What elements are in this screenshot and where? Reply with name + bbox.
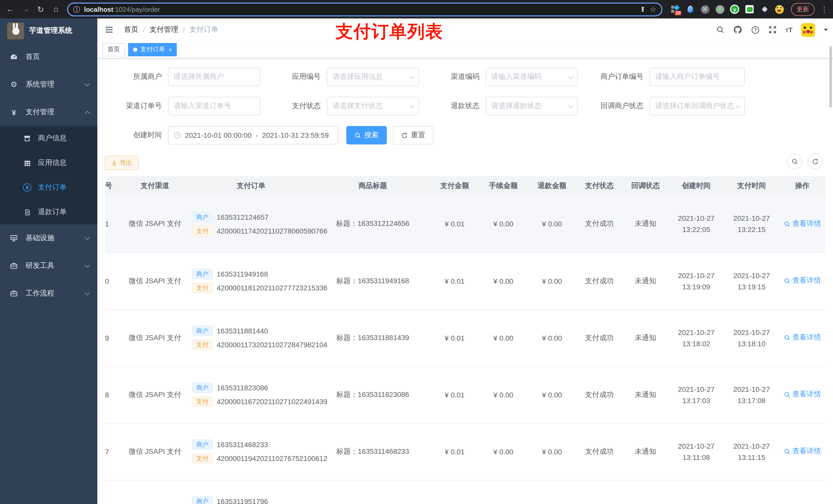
- dashboard-icon: [8, 53, 20, 61]
- refresh-table-button[interactable]: [807, 154, 823, 169]
- table-row[interactable]: 17 微信 JSAPI 支付 商户 1635311468233 支付: [105, 423, 825, 480]
- table-row[interactable]: 商户 1635311951796 支付: [105, 480, 825, 504]
- reload-icon[interactable]: ↻: [34, 3, 47, 15]
- sidebar-item-infrastructure[interactable]: 基础设施: [0, 224, 97, 252]
- cell-pay-order: 商户 1635311468233 支付 42000011942021102767…: [187, 423, 315, 480]
- sidebar-item-app-info[interactable]: 应用信息: [0, 150, 97, 175]
- tab-pay-order[interactable]: 支付订单 ×: [128, 43, 177, 56]
- reset-button[interactable]: 重置: [393, 126, 433, 144]
- view-detail-link[interactable]: 查看详情: [784, 390, 821, 399]
- balloon-extension-icon[interactable]: [686, 5, 695, 14]
- view-detail-link[interactable]: 查看详情: [784, 447, 821, 456]
- table-row[interactable]: 18 微信 JSAPI 支付 商户 1635311823086 支付: [105, 366, 825, 423]
- cell-paid-time: 2021-10-2713:19:15: [724, 253, 779, 309]
- tag-manager-extension-icon[interactable]: 10: [671, 5, 680, 14]
- tab-home[interactable]: 首页: [102, 43, 125, 56]
- filter-input[interactable]: 请选择应用信息: [327, 68, 419, 86]
- breadcrumb-payment[interactable]: 支付管理: [149, 25, 178, 34]
- pay-tag: 支付: [192, 283, 213, 293]
- search-button[interactable]: 搜索: [346, 126, 387, 144]
- sidebar-item-home[interactable]: 首页: [0, 43, 97, 71]
- back-icon[interactable]: ←: [4, 3, 16, 15]
- app-title: 芋道管理系统: [29, 26, 72, 35]
- filter-input[interactable]: 请输入渠道编码: [486, 68, 578, 86]
- cell-channel: 微信 JSAPI 支付: [123, 253, 187, 309]
- sidebar-item-dev-tools[interactable]: 研发工具: [0, 252, 97, 280]
- extensions-puzzle-icon[interactable]: [760, 5, 769, 14]
- avatar[interactable]: [801, 23, 815, 37]
- cell-action: 查看详情: [779, 366, 825, 423]
- fullscreen-icon[interactable]: [768, 26, 777, 34]
- column-header: 支付时间: [724, 176, 779, 196]
- cell-created-time: 2021-10-2713:22:05: [669, 196, 724, 253]
- chat-extension-icon[interactable]: [745, 5, 754, 14]
- column-header: 创建时间: [669, 176, 724, 196]
- sidebar-item-refund-order[interactable]: 退款订单: [0, 200, 97, 224]
- help-icon[interactable]: ?: [751, 25, 760, 34]
- filter-input[interactable]: 请输入渠道订单号: [168, 97, 260, 115]
- sidebar-toggle-icon[interactable]: [104, 25, 114, 34]
- view-detail-link[interactable]: 查看详情: [784, 333, 821, 342]
- cell-pay-order: 商户 1635312124657 支付 42000011742021102780…: [187, 196, 315, 253]
- cell-fee: ¥ 0.00: [479, 309, 528, 366]
- merchant-order-no: 1635311823086: [217, 384, 268, 392]
- view-detail-link[interactable]: 查看详情: [784, 219, 821, 229]
- cell-title: [315, 480, 430, 504]
- merchant-tag: 商户: [192, 383, 213, 393]
- sidebar-item-label: 首页: [26, 52, 40, 62]
- command-extension-icon[interactable]: ⌘: [700, 5, 710, 14]
- column-header: 编号: [105, 176, 123, 196]
- bookmark-star-icon[interactable]: ☆: [650, 5, 656, 13]
- sidebar-item-system[interactable]: ⚙ 系统管理: [0, 71, 97, 98]
- table-row[interactable]: 21 微信 JSAPI 支付 商户 1635312124657 支付: [105, 196, 825, 253]
- table-row[interactable]: 19 微信 JSAPI 支付 商户 1635311881440 支付: [105, 309, 825, 366]
- table-toolbar: 导出: [104, 156, 826, 170]
- y-extension-icon[interactable]: y: [730, 5, 739, 14]
- address-bar[interactable]: i localhost:1024/pay/order ⬆ ☆: [67, 2, 662, 16]
- sidebar: 芋道管理系统 首页 ⚙ 系统管理 ¥ 支付管理: [0, 19, 97, 504]
- browser-update-button[interactable]: 更新: [791, 3, 814, 16]
- search-icon[interactable]: [716, 26, 724, 34]
- cell-status: 支付成功: [576, 253, 622, 309]
- filter-input[interactable]: 请选择所属商户: [168, 68, 260, 86]
- sidebar-item-merchant-info[interactable]: 商户信息: [0, 126, 97, 150]
- pay-tag: 支付: [192, 397, 213, 407]
- filter-input[interactable]: 请选择退款状态: [486, 97, 578, 115]
- date-end: 2021-10-31 23:59:59: [262, 131, 329, 139]
- breadcrumb-home[interactable]: 首页: [124, 25, 138, 34]
- url-text: localhost:1024/pay/order: [84, 5, 160, 13]
- cell-notify-status: 未通知: [622, 366, 669, 423]
- avatar-caret-icon[interactable]: [824, 28, 828, 31]
- app-logo[interactable]: 芋道管理系统: [0, 19, 97, 43]
- sidebar-item-payment[interactable]: ¥ 支付管理: [0, 98, 97, 126]
- filter-input[interactable]: 请输入商户订单编号: [649, 68, 745, 86]
- share-icon[interactable]: ⬆: [640, 5, 645, 13]
- page-scrollbar[interactable]: [829, 46, 832, 107]
- svg-text:?: ?: [754, 27, 757, 32]
- show-search-button[interactable]: [787, 154, 802, 169]
- status-extension-icon[interactable]: [715, 5, 724, 14]
- home-icon[interactable]: ⌂: [50, 3, 62, 15]
- export-button[interactable]: 导出: [104, 156, 139, 170]
- cell-paid-time: 2021-10-2713:18:10: [724, 309, 779, 366]
- github-icon[interactable]: [733, 25, 742, 34]
- emoji-extension-icon[interactable]: [775, 5, 784, 14]
- filter-label: 退款状态: [419, 101, 486, 111]
- date-range-input[interactable]: 2021-10-01 00:00:00 - 2021-10-31 23:59:5…: [168, 126, 338, 144]
- filter-input[interactable]: 请选择订单回调商户状态: [649, 97, 745, 115]
- font-size-icon[interactable]: TT: [785, 26, 792, 33]
- filter-input[interactable]: 请选择支付状态: [327, 97, 419, 115]
- sidebar-item-pay-order[interactable]: ¥ 支付订单: [0, 175, 97, 200]
- forward-icon[interactable]: →: [20, 3, 32, 15]
- table-row[interactable]: 20 微信 JSAPI 支付 商户 1635311949168 支付: [105, 253, 825, 309]
- column-header: 手续金额: [479, 176, 528, 196]
- cell-paid-time: 2021-10-2713:11:15: [724, 423, 779, 480]
- merchant-tag: 商户: [192, 212, 213, 222]
- sidebar-item-workflow[interactable]: 工作流程: [0, 280, 97, 307]
- browser-menu-icon[interactable]: ⋮: [821, 5, 828, 13]
- close-tab-icon[interactable]: ×: [169, 46, 172, 52]
- site-info-icon[interactable]: i: [73, 6, 80, 13]
- sidebar-item-label: 基础设施: [26, 234, 54, 243]
- column-header: 退款金额: [528, 176, 576, 196]
- view-detail-link[interactable]: 查看详情: [784, 276, 821, 286]
